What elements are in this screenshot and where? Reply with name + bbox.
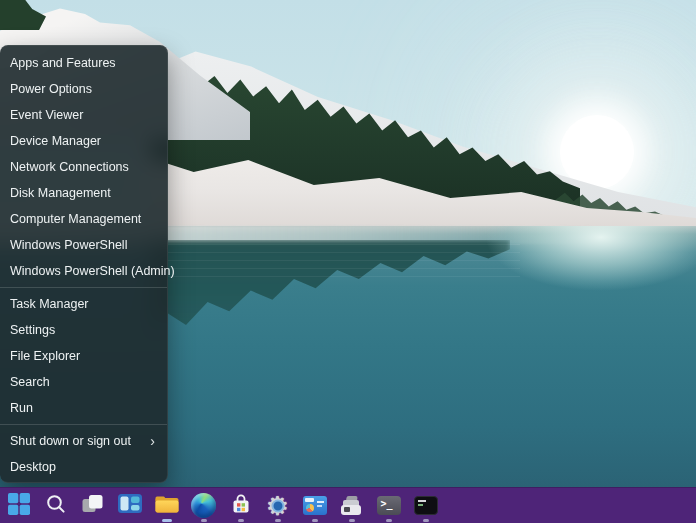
running-indicator xyxy=(312,519,318,522)
taskbar-file-explorer-button[interactable] xyxy=(148,488,185,523)
menu-item-label: Windows PowerShell xyxy=(10,232,127,258)
utility-app-icon xyxy=(339,495,365,517)
menu-item-label: Search xyxy=(10,369,50,395)
menu-item-label: Computer Management xyxy=(10,206,141,232)
desktop: Apps and Features Power Options Event Vi… xyxy=(0,0,696,523)
taskbar-widgets-button[interactable] xyxy=(111,488,148,523)
corner-trees xyxy=(0,0,46,30)
settings-gear-icon: ⚙ xyxy=(264,492,292,520)
system-app-icon xyxy=(303,496,327,515)
menu-item-computer-management[interactable]: Computer Management xyxy=(0,206,167,232)
menu-item-disk-management[interactable]: Disk Management xyxy=(0,180,167,206)
taskbar-system-app-button[interactable] xyxy=(296,488,333,523)
menu-item-task-manager[interactable]: Task Manager xyxy=(0,291,167,317)
task-view-icon xyxy=(81,492,104,519)
running-indicator xyxy=(349,519,355,522)
menu-item-label: Device Manager xyxy=(10,128,101,154)
menu-item-label: Desktop xyxy=(10,454,56,480)
running-indicator xyxy=(201,519,207,522)
menu-item-label: Apps and Features xyxy=(10,50,116,76)
menu-item-apps-and-features[interactable]: Apps and Features xyxy=(0,50,167,76)
menu-separator xyxy=(0,287,167,288)
menu-item-device-manager[interactable]: Device Manager xyxy=(0,128,167,154)
gear-center xyxy=(271,499,284,512)
menu-item-settings[interactable]: Settings xyxy=(0,317,167,343)
taskbar-powershell-button[interactable]: >_ xyxy=(370,488,407,523)
menu-item-label: Run xyxy=(10,395,33,421)
command-prompt-icon xyxy=(414,496,438,515)
menu-item-label: Task Manager xyxy=(10,291,89,317)
menu-item-shut-down-or-sign-out[interactable]: Shut down or sign out › xyxy=(0,428,167,454)
running-indicator xyxy=(386,519,392,522)
start-icon xyxy=(7,492,31,520)
menu-item-label: Event Viewer xyxy=(10,102,83,128)
taskbar-utility-app-button[interactable] xyxy=(333,488,370,523)
taskbar-store-button[interactable] xyxy=(222,488,259,523)
menu-item-label: File Explorer xyxy=(10,343,80,369)
winx-menu: Apps and Features Power Options Event Vi… xyxy=(0,45,168,483)
taskbar-edge-button[interactable] xyxy=(185,488,222,523)
menu-item-desktop[interactable]: Desktop xyxy=(0,454,167,480)
menu-item-network-connections[interactable]: Network Connections xyxy=(0,154,167,180)
running-indicator xyxy=(275,519,281,522)
menu-item-label: Power Options xyxy=(10,76,92,102)
taskbar-task-view-button[interactable] xyxy=(74,488,111,523)
store-icon xyxy=(229,492,253,520)
taskbar-settings-button[interactable]: ⚙ xyxy=(259,488,296,523)
menu-item-file-explorer[interactable]: File Explorer xyxy=(0,343,167,369)
menu-item-power-options[interactable]: Power Options xyxy=(0,76,167,102)
menu-item-label: Shut down or sign out xyxy=(10,428,131,454)
running-indicator xyxy=(238,519,244,522)
running-indicator xyxy=(162,519,172,522)
menu-item-label: Disk Management xyxy=(10,180,111,206)
menu-item-event-viewer[interactable]: Event Viewer xyxy=(0,102,167,128)
menu-item-windows-powershell[interactable]: Windows PowerShell xyxy=(0,232,167,258)
running-indicator xyxy=(423,519,429,522)
taskbar-command-prompt-button[interactable] xyxy=(407,488,444,523)
taskbar-search-button[interactable] xyxy=(37,488,74,523)
edge-icon xyxy=(191,493,216,518)
menu-item-label: Settings xyxy=(10,317,55,343)
taskbar: ⚙ >_ xyxy=(0,487,696,523)
powershell-icon: >_ xyxy=(377,496,401,515)
menu-item-label: Network Connections xyxy=(10,154,129,180)
widgets-icon xyxy=(118,494,142,517)
menu-item-windows-powershell-admin[interactable]: Windows PowerShell (Admin) xyxy=(0,258,167,284)
search-icon xyxy=(45,493,67,519)
menu-item-label: Windows PowerShell (Admin) xyxy=(10,258,175,284)
menu-separator xyxy=(0,424,167,425)
menu-item-run[interactable]: Run xyxy=(0,395,167,421)
file-explorer-icon xyxy=(154,493,180,518)
menu-item-search[interactable]: Search xyxy=(0,369,167,395)
submenu-chevron-icon: › xyxy=(150,428,155,454)
sun xyxy=(560,115,634,189)
taskbar-start-button[interactable] xyxy=(0,488,37,523)
